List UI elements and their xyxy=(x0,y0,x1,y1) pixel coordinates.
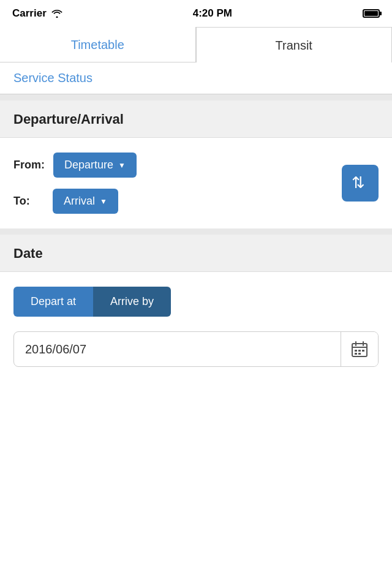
date-input-row xyxy=(13,331,379,367)
section-divider-2 xyxy=(0,228,392,235)
date-card: Date Depart at Arrive by xyxy=(0,235,392,382)
svg-text:⇅: ⇅ xyxy=(352,175,365,192)
service-status-row: Service Status xyxy=(0,62,392,94)
swap-icon: ⇅ xyxy=(352,175,369,192)
from-to-container: From: Departure ▼ To: Arrival ▼ ⇅ xyxy=(13,153,379,214)
arrival-dropdown[interactable]: Arrival ▼ xyxy=(53,189,118,214)
calendar-icon xyxy=(351,341,368,358)
carrier-text: Carrier xyxy=(12,7,47,20)
svg-rect-9 xyxy=(358,353,361,355)
dropdown-arrow-to: ▼ xyxy=(100,197,107,206)
departure-dropdown[interactable]: Departure ▼ xyxy=(53,153,137,178)
tab-timetable[interactable]: Timetable xyxy=(0,27,196,62)
svg-rect-7 xyxy=(362,350,364,352)
section-divider-1 xyxy=(0,94,392,100)
status-bar: Carrier 4:20 PM xyxy=(0,0,392,27)
swap-button[interactable]: ⇅ xyxy=(342,165,379,202)
status-time: 4:20 PM xyxy=(193,7,232,20)
wifi-icon xyxy=(51,9,62,18)
svg-rect-8 xyxy=(355,353,357,355)
departure-arrival-card: Departure/Arrival From: Departure ▼ To: … xyxy=(0,100,392,228)
arrive-by-button[interactable]: Arrive by xyxy=(93,287,171,317)
to-row: To: Arrival ▼ xyxy=(13,189,137,214)
battery-indicator xyxy=(363,9,380,18)
date-header: Date xyxy=(0,235,392,272)
date-body: Depart at Arrive by xyxy=(0,272,392,382)
dropdown-arrow-from: ▼ xyxy=(118,161,126,170)
from-row: From: Departure ▼ xyxy=(13,153,137,178)
calendar-button[interactable] xyxy=(341,332,378,366)
carrier-info: Carrier xyxy=(12,7,62,20)
service-status-link[interactable]: Service Status xyxy=(13,71,92,85)
tab-bar: Timetable Transit xyxy=(0,27,392,62)
departure-arrival-body: From: Departure ▼ To: Arrival ▼ ⇅ xyxy=(0,138,392,228)
from-label: From: xyxy=(13,159,45,172)
depart-at-button[interactable]: Depart at xyxy=(13,287,93,317)
departure-arrival-title: Departure/Arrival xyxy=(13,111,124,127)
tab-transit[interactable]: Transit xyxy=(196,27,393,62)
date-input[interactable] xyxy=(14,333,341,366)
from-to-fields: From: Departure ▼ To: Arrival ▼ xyxy=(13,153,137,214)
to-label: To: xyxy=(13,195,44,208)
battery-icon xyxy=(363,9,380,18)
svg-rect-6 xyxy=(358,350,361,352)
date-title: Date xyxy=(13,246,43,261)
departure-arrival-header: Departure/Arrival xyxy=(0,100,392,138)
svg-rect-5 xyxy=(355,350,357,352)
depart-arrive-toggle: Depart at Arrive by xyxy=(13,287,379,317)
